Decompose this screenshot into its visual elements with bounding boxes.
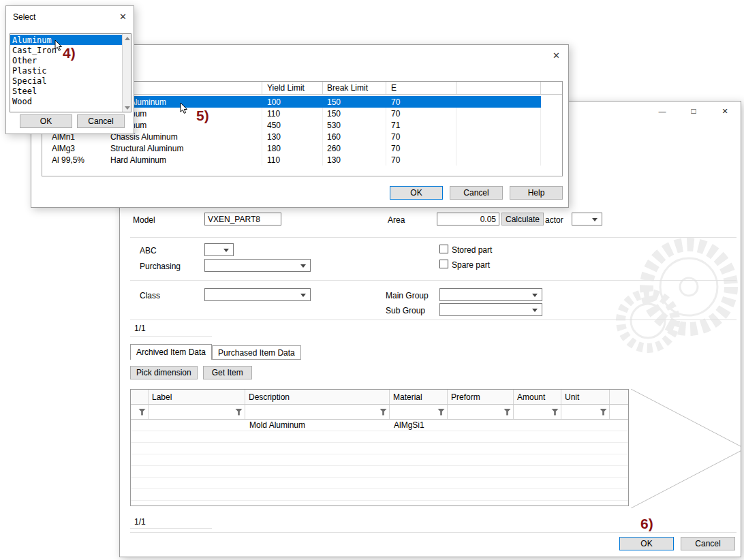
separator (130, 532, 737, 533)
empty-row (131, 443, 628, 454)
class-label: Class (140, 290, 160, 301)
table-row[interactable]: Mold Aluminum AlMgSi1 (131, 420, 628, 431)
list-item[interactable]: Plastic (10, 65, 122, 76)
empty-row (131, 478, 628, 489)
separator (130, 528, 212, 529)
column-header-extra[interactable] (456, 82, 541, 94)
preview-placeholder (631, 389, 741, 508)
model-value: VXEN_PART8 (208, 215, 260, 224)
filter-icon[interactable] (437, 409, 445, 416)
purchasing-combobox[interactable] (204, 259, 311, 272)
cell-yield: 110 (262, 108, 323, 119)
filter-icon[interactable] (379, 409, 387, 416)
cell-e: 70 (386, 108, 456, 119)
separator (130, 280, 737, 281)
empty-row (131, 466, 628, 478)
item-grid-header: Label Description Material Preform Amoun… (131, 390, 628, 405)
filter-icon[interactable] (235, 409, 243, 416)
cancel-button[interactable]: Cancel (450, 186, 503, 200)
stored-part-checkbox[interactable] (439, 245, 448, 253)
maximize-icon[interactable]: □ (678, 102, 709, 121)
ok-button[interactable]: OK (20, 114, 72, 128)
get-item-button[interactable]: Get Item (203, 366, 252, 379)
spare-part-checkbox[interactable] (439, 260, 448, 268)
material-row[interactable]: Al 99,5% Hard Aluminum 110 130 70 (42, 154, 562, 166)
cell-extra (456, 96, 541, 108)
factor-combobox[interactable] (572, 213, 602, 225)
cell-yield: 130 (262, 131, 323, 142)
column-header-e[interactable]: E (386, 82, 456, 94)
filter-icon[interactable] (138, 409, 146, 416)
cell-e: 70 (386, 96, 456, 108)
tab-archived-item-data[interactable]: Archived Item Data (130, 344, 212, 360)
filter-icon[interactable] (551, 409, 559, 416)
column-header-material[interactable]: Material (390, 390, 448, 404)
list-item[interactable]: Wood (10, 96, 122, 106)
minimize-icon[interactable]: — (647, 102, 678, 121)
window-controls: — □ ✕ (647, 102, 741, 121)
filter-icon[interactable] (600, 409, 607, 416)
cell-e: 70 (386, 142, 456, 154)
cancel-button[interactable]: Cancel (681, 537, 735, 550)
page-indicator-top: 1/1 (134, 324, 146, 333)
column-header-description[interactable]: Description (245, 390, 390, 404)
model-input[interactable]: VXEN_PART8 (204, 213, 281, 225)
model-label: Model (133, 215, 155, 225)
scroll-up-icon[interactable] (123, 34, 131, 42)
close-icon[interactable]: ✕ (553, 50, 560, 61)
cell-label (149, 420, 245, 431)
class-combobox[interactable] (204, 288, 311, 301)
cell-code: AlMg3 (42, 142, 110, 154)
empty-row (131, 501, 628, 506)
abc-label: ABC (140, 245, 157, 256)
list-item[interactable]: Aluminum (10, 35, 122, 45)
column-header-amount[interactable]: Amount (514, 390, 561, 404)
abc-combobox[interactable] (204, 243, 234, 256)
pick-dimension-button[interactable]: Pick dimension (130, 366, 198, 379)
cancel-button[interactable]: Cancel (77, 114, 125, 128)
ok-button[interactable]: OK (390, 186, 443, 200)
column-header-yield-limit[interactable]: Yield Limit (262, 82, 323, 94)
cell-yield: 180 (262, 142, 323, 154)
separator (130, 336, 212, 337)
help-button[interactable]: Help (510, 186, 563, 200)
column-header-break-limit[interactable]: Break Limit (323, 82, 386, 94)
calculate-button[interactable]: Calculate (501, 213, 544, 225)
area-value: 0.05 (480, 215, 496, 224)
list-item[interactable]: Special (10, 76, 122, 86)
tab-purchased-item-data[interactable]: Purchased Item Data (212, 345, 301, 360)
cell-e: 70 (386, 131, 456, 142)
factor-label: actor (545, 215, 563, 225)
cell-extra (456, 108, 541, 119)
scrollbar[interactable] (122, 34, 131, 112)
cell-extra (456, 131, 541, 142)
sub-group-label: Sub Group (386, 305, 425, 316)
column-header-label[interactable]: Label (149, 390, 245, 404)
cell-break: 130 (323, 154, 386, 166)
cell-break: 160 (323, 131, 386, 142)
cell-e: 70 (386, 154, 456, 166)
cell-code: Al 99,5% (42, 154, 110, 166)
ok-button[interactable]: OK (619, 537, 674, 550)
separator (130, 320, 737, 320)
gear-watermark (597, 238, 741, 364)
row-indicator-column (131, 390, 149, 404)
column-header-filler (541, 82, 562, 94)
main-group-combobox[interactable] (439, 288, 542, 301)
filter-icon[interactable] (503, 409, 511, 416)
item-grid-filter-row (131, 405, 628, 420)
column-header-filler (610, 390, 628, 404)
sub-group-combobox[interactable] (439, 303, 542, 316)
cell-preform (448, 420, 514, 431)
close-icon[interactable]: ✕ (119, 12, 127, 22)
column-header-unit[interactable]: Unit (561, 390, 610, 404)
column-header-preform[interactable]: Preform (448, 390, 514, 404)
cell-yield: 110 (262, 154, 323, 166)
area-input[interactable]: 0.05 (437, 213, 499, 225)
close-icon[interactable]: ✕ (709, 102, 741, 121)
list-item[interactable]: Steel (10, 86, 122, 96)
material-row[interactable]: AlMg3 Structural Aluminum 180 260 70 (42, 142, 562, 154)
scroll-down-icon[interactable] (123, 104, 131, 112)
area-label: Area (388, 215, 405, 225)
cell-name: Hard Aluminum (110, 154, 262, 166)
